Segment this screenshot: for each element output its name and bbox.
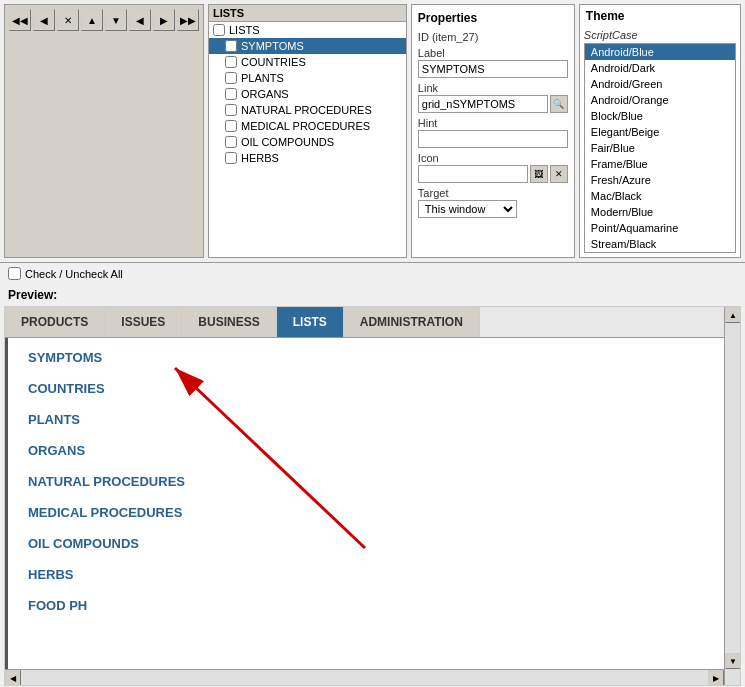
scroll-right-btn[interactable]: ▶ [708, 670, 724, 686]
checkbox-lists[interactable] [213, 24, 225, 36]
theme-item-elegant-beige[interactable]: Elegant/Beige [585, 124, 735, 140]
preview-scrollbar-bottom[interactable]: ◀ ▶ [5, 669, 724, 685]
prop-label-input[interactable] [418, 60, 568, 78]
menu-item-food-ph[interactable]: FOOD PH [8, 590, 205, 621]
prop-icon-input[interactable] [418, 165, 528, 183]
list-item-plants[interactable]: PLANTS [209, 70, 406, 86]
theme-panel: Theme ScriptCase Android/Blue Android/Da… [579, 4, 741, 258]
prop-target-row: Target This window New window Parent win… [418, 187, 568, 218]
lists-panel-header: LISTS [209, 5, 406, 22]
list-item-label-plants: PLANTS [241, 72, 284, 84]
menu-item-symptoms[interactable]: SYMPTOMS [8, 342, 205, 373]
theme-item-android-green[interactable]: Android/Green [585, 76, 735, 92]
nav-tab-administration[interactable]: ADMINISTRATION [344, 307, 480, 337]
prop-link-input[interactable] [418, 95, 548, 113]
toolbar-panel: ◀◀ ◀ ✕ ▲ ▼ ◀ ▶ ▶▶ [4, 4, 204, 258]
theme-list: Android/Blue Android/Dark Android/Green … [584, 43, 736, 253]
toolbar-btn-next[interactable]: ▶ [153, 9, 175, 31]
toolbar-btn-prev[interactable]: ◀ [33, 9, 55, 31]
checkbox-herbs[interactable] [225, 152, 237, 164]
toolbar-btn-last[interactable]: ▶▶ [177, 9, 199, 31]
menu-item-countries[interactable]: COUNTRIES [8, 373, 205, 404]
theme-item-android-blue[interactable]: Android/Blue [585, 44, 735, 60]
list-item-natural-procedures[interactable]: NATURAL PROCEDURES [209, 102, 406, 118]
checkbox-organs[interactable] [225, 88, 237, 100]
prop-icon-row: Icon 🖼 ✕ [418, 152, 568, 183]
prop-hint-label: Hint [418, 117, 568, 129]
prop-id-label: ID (item_27) [418, 31, 568, 43]
menu-items-list: SYMPTOMS COUNTRIES PLANTS ORGANS NATURAL… [8, 338, 205, 678]
theme-item-fresh-azure[interactable]: Fresh/Azure [585, 172, 735, 188]
theme-item-modern-blue[interactable]: Modern/Blue [585, 204, 735, 220]
theme-item-android-orange[interactable]: Android/Orange [585, 92, 735, 108]
check-all-checkbox[interactable] [8, 267, 21, 280]
menu-area: SYMPTOMS COUNTRIES PLANTS ORGANS NATURAL… [5, 338, 724, 678]
nav-tab-products[interactable]: PRODUCTS [5, 307, 105, 337]
theme-item-frame-blue[interactable]: Frame/Blue [585, 156, 735, 172]
prop-link-browse-btn[interactable]: 🔍 [550, 95, 568, 113]
list-item-label-lists: LISTS [229, 24, 260, 36]
menu-item-natural-procedures[interactable]: NATURAL PROCEDURES [8, 466, 205, 497]
properties-title: Properties [418, 11, 568, 25]
preview-label: Preview: [0, 284, 745, 306]
theme-item-android-dark[interactable]: Android/Dark [585, 60, 735, 76]
checkbox-symptoms[interactable] [225, 40, 237, 52]
theme-subtitle: ScriptCase [580, 27, 740, 43]
toolbar-btn-up[interactable]: ▲ [81, 9, 103, 31]
prop-target-select[interactable]: This window New window Parent window [418, 200, 517, 218]
prop-icon-input-row: 🖼 ✕ [418, 165, 568, 183]
list-item-label-countries: COUNTRIES [241, 56, 306, 68]
preview-scrollbar-right[interactable]: ▲ ▼ [724, 307, 740, 685]
prop-label-row: Label [418, 47, 568, 78]
menu-item-organs[interactable]: ORGANS [8, 435, 205, 466]
checkbox-countries[interactable] [225, 56, 237, 68]
list-item-lists[interactable]: LISTS [209, 22, 406, 38]
nav-tab-lists[interactable]: LISTS [277, 307, 344, 337]
preview-inner: PRODUCTS ISSUES BUSINESS LISTS ADMINISTR… [5, 307, 724, 669]
nav-tab-issues[interactable]: ISSUES [105, 307, 182, 337]
checkbox-natural-procedures[interactable] [225, 104, 237, 116]
scroll-up-btn[interactable]: ▲ [725, 307, 741, 323]
list-item-organs[interactable]: ORGANS [209, 86, 406, 102]
theme-item-point-aquamarine[interactable]: Point/Aquamarine [585, 220, 735, 236]
list-item-countries[interactable]: COUNTRIES [209, 54, 406, 70]
menu-item-herbs[interactable]: HERBS [8, 559, 205, 590]
nav-bar: PRODUCTS ISSUES BUSINESS LISTS ADMINISTR… [5, 307, 724, 338]
theme-item-mac-black[interactable]: Mac/Black [585, 188, 735, 204]
menu-item-oil-compounds[interactable]: OIL COMPOUNDS [8, 528, 205, 559]
scroll-down-btn[interactable]: ▼ [725, 653, 741, 669]
theme-item-block-blue[interactable]: Block/Blue [585, 108, 735, 124]
checkbox-plants[interactable] [225, 72, 237, 84]
scroll-left-btn[interactable]: ◀ [5, 670, 21, 686]
list-item-label-organs: ORGANS [241, 88, 289, 100]
list-item-label-herbs: HERBS [241, 152, 279, 164]
menu-item-medical-procedures[interactable]: MEDICAL PROCEDURES [8, 497, 205, 528]
prop-icon-label: Icon [418, 152, 568, 164]
prop-target-input-row: This window New window Parent window [418, 200, 568, 218]
lists-panel: LISTS LISTS SYMPTOMS COUNTRIES PLANTS OR [208, 4, 407, 258]
toolbar-btn-first[interactable]: ◀◀ [9, 9, 31, 31]
prop-hint-row: Hint [418, 117, 568, 148]
list-item-medical-procedures[interactable]: MEDICAL PROCEDURES [209, 118, 406, 134]
list-item-oil-compounds[interactable]: OIL COMPOUNDS [209, 134, 406, 150]
checkbox-oil-compounds[interactable] [225, 136, 237, 148]
prop-id-row: ID (item_27) [418, 31, 568, 43]
top-section: ◀◀ ◀ ✕ ▲ ▼ ◀ ▶ ▶▶ LISTS LISTS SYMPTOMS C… [0, 0, 745, 263]
properties-panel: Properties ID (item_27) Label Link 🔍 Hin… [411, 4, 575, 258]
lists-content: LISTS SYMPTOMS COUNTRIES PLANTS ORGANS N… [209, 22, 406, 257]
theme-item-stream-black[interactable]: Stream/Black [585, 236, 735, 252]
toolbar-btn-down[interactable]: ▼ [105, 9, 127, 31]
toolbar-btn-back[interactable]: ◀ [129, 9, 151, 31]
preview-section: PRODUCTS ISSUES BUSINESS LISTS ADMINISTR… [4, 306, 741, 686]
nav-tab-business[interactable]: BUSINESS [182, 307, 276, 337]
list-item-symptoms[interactable]: SYMPTOMS [209, 38, 406, 54]
prop-hint-input[interactable] [418, 130, 568, 148]
menu-item-plants[interactable]: PLANTS [8, 404, 205, 435]
toolbar-btn-close[interactable]: ✕ [57, 9, 79, 31]
toolbar-row: ◀◀ ◀ ✕ ▲ ▼ ◀ ▶ ▶▶ [9, 9, 199, 31]
prop-icon-clear-btn[interactable]: ✕ [550, 165, 568, 183]
prop-icon-browse-btn[interactable]: 🖼 [530, 165, 548, 183]
checkbox-medical-procedures[interactable] [225, 120, 237, 132]
list-item-herbs[interactable]: HERBS [209, 150, 406, 166]
theme-item-fair-blue[interactable]: Fair/Blue [585, 140, 735, 156]
